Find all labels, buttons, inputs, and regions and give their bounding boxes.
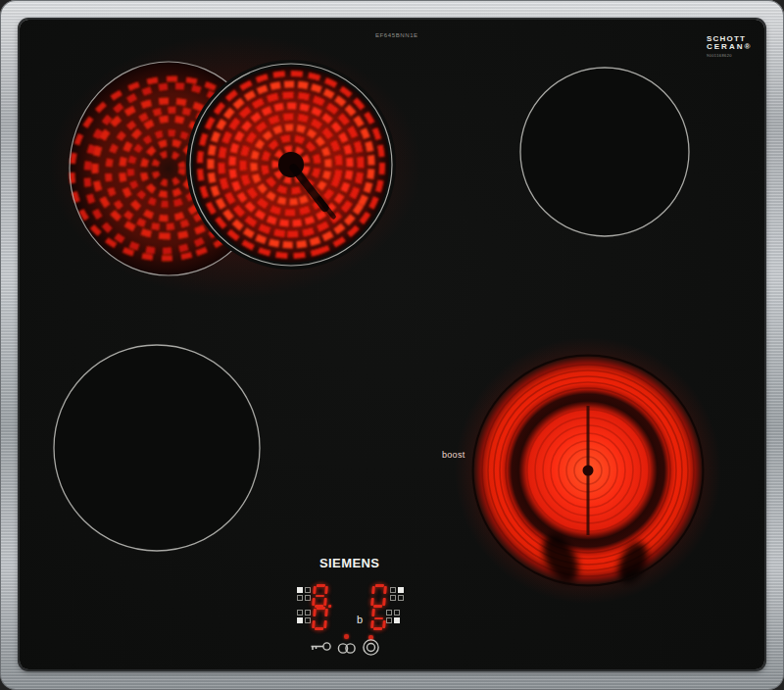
display-back-left[interactable] bbox=[312, 584, 328, 608]
key-lock-icon[interactable] bbox=[309, 639, 332, 654]
schott-line2: CERAN® bbox=[707, 43, 754, 51]
display-back-right[interactable] bbox=[370, 584, 387, 608]
display-front-right[interactable] bbox=[370, 607, 387, 630]
brand-logo: SIEMENS bbox=[319, 556, 379, 570]
ring-zone-icon[interactable] bbox=[362, 638, 380, 657]
schott-subtext: 9001168620 bbox=[707, 54, 754, 58]
zone-indicator-back-left bbox=[297, 587, 312, 602]
zone-indicator-front-right bbox=[386, 610, 401, 624]
model-label: EF645BNN1E bbox=[375, 32, 444, 38]
ceramic-glass-surface bbox=[20, 20, 764, 669]
boost-label: boost bbox=[442, 450, 466, 460]
zone-indicator-front-left bbox=[297, 610, 312, 624]
dual-zone-active-dot bbox=[344, 634, 349, 639]
zone-indicator-back-right bbox=[390, 587, 405, 602]
dual-zone-icon[interactable] bbox=[335, 641, 359, 656]
schott-ceran-logo: SCHOTT CERAN® 9001168620 bbox=[707, 35, 754, 58]
display-front-left[interactable] bbox=[312, 607, 328, 630]
cooktop: EF645BNN1E SCHOTT CERAN® 9001168620 SIEM… bbox=[0, 0, 784, 690]
boost-b-indicator: b bbox=[357, 614, 363, 625]
